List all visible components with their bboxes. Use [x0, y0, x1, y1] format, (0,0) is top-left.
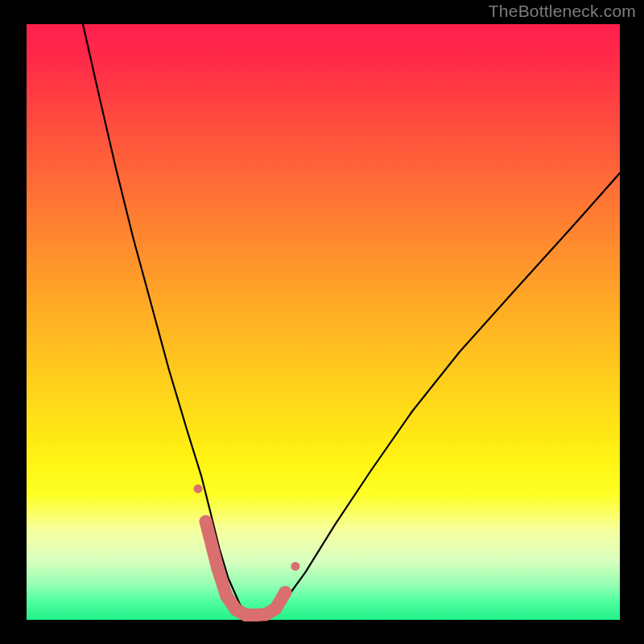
highlight-marker [279, 586, 291, 599]
chart-frame: TheBottleneck.com [0, 0, 644, 644]
highlight-marker [200, 515, 213, 528]
highlight-outlier [291, 562, 299, 571]
highlight-marker [211, 562, 224, 575]
chart-svg [0, 0, 644, 644]
bottleneck-curve [83, 24, 620, 615]
highlight-outlier [194, 485, 203, 493]
highlight-marker [220, 589, 233, 602]
highlight-marker [270, 602, 283, 615]
watermark-text: TheBottleneck.com [489, 2, 636, 21]
